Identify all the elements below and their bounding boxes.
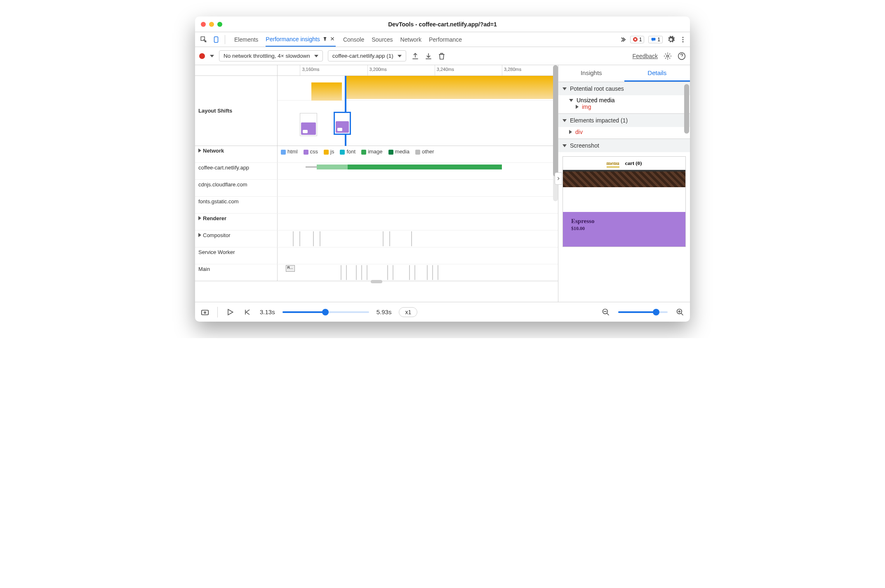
layout-shifts-area[interactable] xyxy=(278,76,558,146)
toggle-screenshot-overlay-icon[interactable] xyxy=(200,307,210,317)
section-header[interactable]: Potential root causes xyxy=(558,82,690,95)
main-tick xyxy=(414,265,415,280)
legend-item: media xyxy=(388,148,410,155)
playback-speed[interactable]: x1 xyxy=(399,307,417,317)
throttling-label: No network throttling, 4× slowdown xyxy=(224,53,310,59)
zoom-in-icon[interactable] xyxy=(675,307,685,317)
help-icon[interactable] xyxy=(678,52,686,60)
chevron-down-icon xyxy=(398,55,402,57)
traffic-lights xyxy=(201,22,222,27)
play-icon[interactable] xyxy=(225,307,235,317)
tick: 3,200ms xyxy=(367,65,388,75)
svg-rect-1 xyxy=(214,37,218,42)
compositor-row: Compositor xyxy=(195,230,558,247)
tab-elements[interactable]: Elements xyxy=(234,33,258,46)
tab-insights[interactable]: Insights xyxy=(558,65,624,82)
zoom-slider[interactable] xyxy=(618,311,668,313)
export-icon[interactable] xyxy=(411,52,419,60)
request-bar[interactable] xyxy=(317,165,348,169)
maximize-icon[interactable] xyxy=(217,22,222,27)
scrollbar-thumb[interactable] xyxy=(553,65,558,176)
chevron-right-icon xyxy=(198,216,201,220)
close-icon[interactable] xyxy=(201,22,206,27)
ruler-ticks[interactable]: 3,160ms 3,200ms 3,240ms 3,280ms xyxy=(278,65,558,75)
long-task-block[interactable] xyxy=(311,82,342,101)
main-task-block[interactable]: R... xyxy=(286,265,295,272)
legend-item: other xyxy=(415,148,434,155)
tab-sources[interactable]: Sources xyxy=(372,33,393,46)
feedback-link[interactable]: Feedback xyxy=(633,53,658,59)
network-host-row: coffee-cart.netlify.app xyxy=(195,163,558,180)
minimize-icon[interactable] xyxy=(209,22,214,27)
layout-shifts-track: Layout Shifts xyxy=(195,76,558,146)
renderer-label[interactable]: Renderer xyxy=(195,214,278,230)
section-root-causes: Potential root causes Unsized media img xyxy=(558,82,690,114)
network-label[interactable]: Network xyxy=(195,146,278,162)
rewind-icon[interactable] xyxy=(242,307,252,317)
right-scrollbar[interactable] xyxy=(684,84,689,167)
request-bar[interactable] xyxy=(348,165,502,169)
expand-unsized-media[interactable]: Unsized media xyxy=(569,97,686,103)
timeline-pane: 3,160ms 3,200ms 3,240ms 3,280ms Layout S… xyxy=(195,65,558,302)
tab-console[interactable]: Console xyxy=(343,33,364,46)
layout-shift-thumbnail-selected[interactable] xyxy=(334,112,351,135)
network-host[interactable]: coffee-cart.netlify.app xyxy=(195,163,278,179)
record-icon[interactable] xyxy=(199,53,205,59)
compositor-tick xyxy=(383,231,384,246)
tab-details[interactable]: Details xyxy=(624,65,690,82)
long-task-block[interactable] xyxy=(345,76,558,99)
message-badge[interactable]: 1 xyxy=(648,36,663,43)
layout-shifts-label[interactable]: Layout Shifts xyxy=(195,76,278,146)
layout-shift-thumbnail[interactable] xyxy=(300,113,317,136)
renderer-row[interactable]: Service Worker xyxy=(195,247,278,264)
delete-icon[interactable] xyxy=(438,52,446,60)
collapse-panel-icon[interactable] xyxy=(555,172,562,185)
network-legend: htmlcssjsfontimagemediaother xyxy=(278,146,558,157)
window-title: DevTools - coffee-cart.netlify.app/?ad=1 xyxy=(195,21,690,28)
divider xyxy=(225,35,225,44)
network-host[interactable]: fonts.gstatic.com xyxy=(195,197,278,213)
scrollbar-thumb[interactable] xyxy=(684,84,689,134)
close-tab-icon[interactable] xyxy=(330,36,336,42)
zoom-out-icon[interactable] xyxy=(601,307,611,317)
inspect-icon[interactable] xyxy=(198,34,209,45)
network-host-row: cdnjs.cloudflare.com xyxy=(195,180,558,197)
details-pane: Insights Details Potential root causes U… xyxy=(558,65,690,302)
error-badge[interactable]: 1 xyxy=(630,36,645,43)
ruler-spacer xyxy=(195,65,278,75)
insights-toolbar: No network throttling, 4× slowdown coffe… xyxy=(195,47,690,65)
right-panel-tabs: Insights Details xyxy=(558,65,690,82)
throttling-select[interactable]: No network throttling, 4× slowdown xyxy=(219,50,323,61)
target-select[interactable]: coffee-cart.netlify.app (1) xyxy=(328,50,406,61)
slider-handle[interactable] xyxy=(322,309,329,315)
renderer-row[interactable]: Main xyxy=(195,264,278,281)
more-tabs-icon[interactable] xyxy=(619,36,626,43)
tick: 3,280ms xyxy=(502,65,523,75)
network-host[interactable]: cdnjs.cloudflare.com xyxy=(195,180,278,196)
horizontal-scroll-thumb[interactable] xyxy=(371,280,382,283)
playback-slider[interactable] xyxy=(282,311,369,313)
slider-handle[interactable] xyxy=(653,309,659,315)
tab-performance[interactable]: Performance xyxy=(429,33,462,46)
element-link-img[interactable]: img xyxy=(576,103,686,110)
tab-network[interactable]: Network xyxy=(400,33,421,46)
target-label: coffee-cart.netlify.app (1) xyxy=(332,53,393,59)
svg-point-10 xyxy=(204,312,206,313)
settings-icon[interactable] xyxy=(667,35,675,44)
import-icon[interactable] xyxy=(424,52,433,60)
renderer-row[interactable]: Compositor xyxy=(195,230,278,247)
legend-item: html xyxy=(281,148,298,155)
device-mode-icon[interactable] xyxy=(211,34,221,45)
chevron-down-icon xyxy=(563,87,567,90)
record-menu-icon[interactable] xyxy=(210,55,214,57)
svg-rect-9 xyxy=(202,310,209,315)
tab-performance-insights[interactable]: Performance insights xyxy=(266,33,336,47)
kebab-icon[interactable] xyxy=(679,36,687,43)
element-link-div[interactable]: div xyxy=(569,129,686,135)
section-header[interactable]: Elements impacted (1) xyxy=(558,114,690,127)
preview-hero-image xyxy=(563,172,685,187)
playhead[interactable] xyxy=(345,76,346,146)
panel-settings-icon[interactable] xyxy=(664,52,672,60)
section-header[interactable]: Screenshot xyxy=(558,139,690,152)
compositor-tick xyxy=(313,231,314,246)
